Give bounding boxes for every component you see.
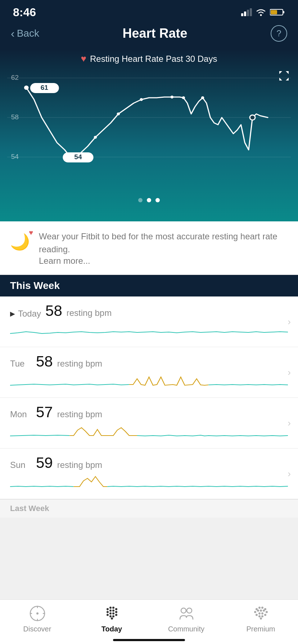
moon-icon: 🌙 (10, 233, 30, 250)
chart-dot-2[interactable] (147, 198, 151, 202)
chevron-right-icon-tue: › (288, 367, 291, 378)
svg-point-4 (260, 14, 262, 16)
mon-unit: resting bpm (57, 409, 102, 419)
chart-subtitle-text: Resting Heart Rate Past 30 Days (90, 54, 217, 64)
day-row-sun[interactable]: Sun 59 resting bpm › (0, 448, 298, 499)
nav-item-today[interactable]: Today (74, 604, 149, 633)
week-header: This Week (0, 275, 298, 296)
signal-icon (241, 8, 252, 16)
day-row-tue[interactable]: Tue 58 resting bpm › (0, 347, 298, 398)
today-nav-label: Today (101, 625, 122, 633)
svg-point-40 (115, 614, 117, 616)
today-bpm: 58 (45, 302, 62, 319)
nav-item-premium[interactable]: Premium (224, 604, 298, 633)
day-row-mon[interactable]: Mon 57 resting bpm › (0, 398, 298, 448)
svg-point-33 (107, 611, 109, 613)
svg-point-16 (94, 136, 97, 139)
heart-rate-chart: 62 58 54 61 54 (7, 67, 291, 182)
bottom-nav: Discover Today (0, 599, 298, 644)
week-title: This Week (10, 280, 60, 291)
premium-icon (252, 604, 270, 623)
svg-point-35 (112, 610, 114, 612)
community-label: Community (168, 625, 204, 633)
svg-rect-0 (241, 13, 243, 16)
nav-item-discover[interactable]: Discover (0, 604, 74, 633)
svg-point-57 (261, 612, 263, 615)
svg-point-19 (171, 96, 174, 98)
svg-text:61: 61 (41, 84, 48, 91)
back-chevron-icon: ‹ (11, 27, 15, 40)
svg-point-50 (254, 611, 256, 613)
day-row-today[interactable]: ▶ Today 58 resting bpm › (0, 296, 298, 347)
today-icon (103, 604, 121, 623)
svg-point-39 (112, 612, 114, 615)
svg-point-31 (112, 607, 114, 609)
svg-point-48 (261, 607, 263, 609)
svg-rect-2 (247, 10, 249, 16)
svg-point-45 (187, 608, 192, 613)
back-button[interactable]: ‹ Back (11, 27, 39, 40)
tip-heart-icon: ♥ (29, 229, 33, 237)
svg-point-58 (264, 614, 266, 616)
help-label: ? (276, 28, 281, 38)
wifi-icon (256, 8, 266, 16)
help-button[interactable]: ? (271, 25, 287, 42)
content-area: 🌙 ♥ Wear your Fitbit to bed for the most… (0, 221, 298, 568)
svg-text:54: 54 (74, 153, 82, 161)
svg-point-17 (117, 112, 120, 115)
tip-icon: 🌙 ♥ (10, 230, 32, 252)
mon-bpm: 57 (36, 404, 53, 421)
svg-point-34 (109, 610, 112, 612)
today-unit: resting bpm (67, 308, 112, 318)
svg-point-32 (115, 608, 117, 610)
svg-point-47 (258, 607, 261, 609)
chevron-right-icon: › (288, 316, 291, 327)
svg-text:62: 62 (11, 74, 19, 81)
chart-page-dots (0, 197, 298, 206)
today-text: Today (18, 309, 41, 319)
svg-point-44 (181, 608, 186, 613)
svg-point-18 (140, 98, 143, 101)
nav-item-community[interactable]: Community (149, 604, 224, 633)
last-week-label: Last Week (10, 504, 49, 513)
today-mini-chart (10, 321, 288, 342)
tue-mini-chart (10, 372, 288, 393)
svg-point-37 (107, 614, 109, 616)
svg-point-54 (266, 611, 268, 613)
svg-point-55 (256, 614, 258, 616)
svg-point-52 (260, 610, 262, 612)
svg-rect-3 (250, 8, 252, 16)
svg-point-42 (112, 615, 114, 617)
svg-text:54: 54 (11, 153, 19, 160)
svg-point-41 (109, 615, 112, 617)
chart-dot-1[interactable] (138, 198, 143, 202)
back-label: Back (17, 28, 39, 39)
day-label-today: ▶ Today (10, 309, 41, 319)
premium-label: Premium (246, 625, 275, 633)
mon-mini-chart (10, 422, 288, 444)
learn-more-link[interactable]: Learn more... (39, 256, 288, 266)
heart-icon: ♥ (81, 53, 86, 64)
sun-bpm: 59 (36, 454, 53, 472)
svg-text:58: 58 (11, 114, 19, 121)
chart-subtitle: ♥ Resting Heart Rate Past 30 Days (0, 49, 298, 67)
status-time: 8:46 (13, 6, 36, 19)
tip-content: Wear your Fitbit to bed for the most acc… (39, 230, 288, 266)
svg-point-36 (115, 611, 117, 613)
discover-label: Discover (23, 625, 51, 633)
svg-point-14 (24, 86, 28, 89)
svg-point-22 (250, 115, 255, 120)
day-label-tue: Tue (10, 359, 32, 369)
chart-dot-3[interactable] (155, 198, 160, 202)
svg-point-51 (257, 610, 259, 612)
sun-unit: resting bpm (57, 460, 102, 470)
home-indicator (113, 639, 185, 641)
svg-point-56 (258, 612, 261, 615)
svg-rect-7 (271, 10, 277, 14)
tip-text: Wear your Fitbit to bed for the most acc… (39, 230, 288, 256)
community-icon (177, 604, 196, 623)
svg-point-61 (260, 617, 262, 620)
battery-icon (270, 8, 285, 16)
svg-point-21 (201, 96, 204, 99)
svg-rect-1 (244, 12, 246, 16)
